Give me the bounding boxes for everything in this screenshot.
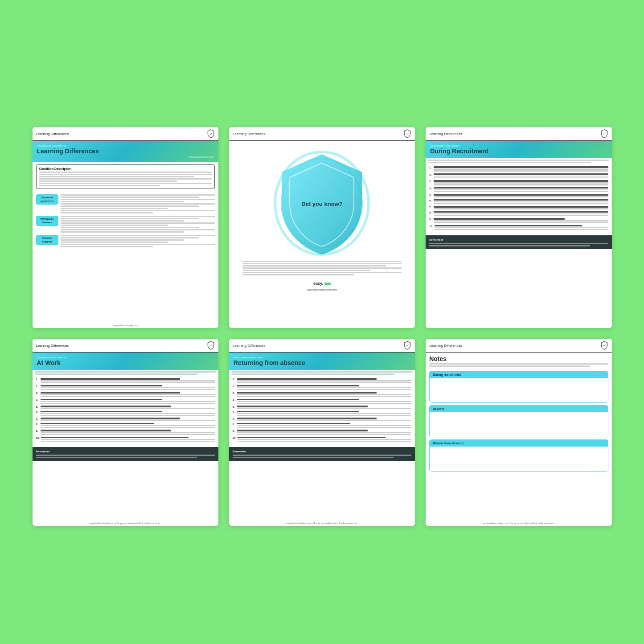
text-line	[41, 392, 180, 394]
page5-footer: easyhealthandsafety.com | Simply, access…	[229, 521, 415, 526]
text-line	[237, 432, 411, 433]
common-symptoms-label: Commonsymptoms	[36, 194, 58, 204]
text-line	[237, 396, 411, 397]
text-line	[41, 423, 154, 425]
text-line	[242, 265, 386, 267]
text-line	[434, 191, 608, 193]
text-line	[61, 205, 200, 207]
text-line	[61, 216, 215, 217]
page6-header: Learning Differences	[426, 339, 611, 353]
page1-main-title: Learning Differences	[37, 148, 214, 155]
page2-header: Learning Differences	[229, 127, 415, 141]
text-line	[61, 194, 215, 196]
text-line	[237, 418, 377, 419]
text-line	[429, 245, 590, 246]
text-line	[434, 199, 608, 201]
easy-logo-bar	[324, 283, 331, 285]
list-item: 6.	[36, 411, 215, 416]
text-line	[434, 189, 608, 191]
text-line	[434, 222, 608, 223]
text-line	[39, 178, 212, 180]
page3-header-title: Learning Differences	[429, 132, 462, 136]
list-item: 1.	[429, 166, 608, 172]
page5-intro	[229, 370, 415, 376]
page4-header-title: Learning Differences	[36, 344, 69, 348]
condition-title: Condition Description	[39, 167, 212, 170]
text-line	[35, 373, 198, 375]
text-line	[429, 363, 608, 365]
text-line	[237, 434, 411, 435]
text-line	[61, 227, 200, 228]
list-item: 6.	[233, 411, 411, 416]
text-line	[237, 380, 411, 381]
page1-header: Learning Differences	[33, 127, 218, 141]
page5-header: Learning Differences	[229, 339, 415, 353]
text-line	[61, 237, 200, 238]
text-line	[41, 425, 215, 427]
text-line	[61, 242, 168, 243]
fact-content	[242, 261, 402, 275]
text-line	[237, 406, 368, 407]
text-line	[61, 229, 215, 230]
text-line	[39, 174, 212, 175]
text-line	[61, 203, 215, 205]
page-1-preview: Learning Differences Reasonable Adjustme…	[33, 127, 218, 328]
text-line	[41, 420, 215, 421]
list-item: 3.	[429, 180, 608, 185]
page3-remember: Remember	[426, 235, 611, 249]
notes-at-work: At work	[429, 405, 608, 437]
text-line	[41, 394, 215, 395]
text-line	[41, 415, 215, 416]
text-line	[237, 415, 411, 416]
workplace-barriers-section: Workplacebarriers	[36, 216, 215, 233]
text-line	[237, 411, 359, 413]
page5-sub-label: Reasonable Adjustments	[234, 356, 410, 359]
text-line	[237, 399, 359, 401]
text-line	[428, 162, 591, 163]
text-line	[428, 160, 609, 161]
text-line	[36, 457, 197, 458]
tailored-support-section: TailoredSupport	[36, 235, 215, 247]
text-line	[434, 168, 608, 170]
page3-numbered-list: 1. 2. 3.	[426, 164, 611, 234]
list-item: 8.	[36, 423, 215, 428]
page5-numbered-list: 1. 2. 3.	[229, 376, 415, 445]
text-line	[434, 170, 608, 172]
text-line	[434, 196, 608, 197]
text-line	[61, 225, 168, 226]
text-line	[41, 382, 215, 383]
text-line	[242, 263, 402, 264]
text-line	[233, 457, 394, 458]
text-line	[434, 187, 608, 189]
text-line	[35, 371, 216, 373]
text-line	[61, 201, 184, 202]
text-line	[237, 382, 411, 383]
page4-header: Learning Differences	[33, 339, 218, 353]
page-2-preview: Learning Differences	[229, 127, 415, 328]
text-line	[434, 182, 608, 184]
shield-icon	[600, 129, 608, 138]
text-line	[61, 246, 153, 247]
text-line	[41, 441, 215, 442]
text-line	[41, 380, 215, 381]
list-item: 9.	[429, 218, 608, 223]
text-line	[434, 177, 608, 179]
list-item: 1.	[36, 378, 215, 383]
text-line	[61, 220, 184, 222]
text-line	[237, 385, 359, 387]
text-line	[434, 220, 608, 222]
text-line	[61, 244, 215, 245]
text-line	[429, 243, 608, 244]
page-6-preview: Learning Differences Notes During recrui…	[426, 339, 611, 526]
text-line	[39, 183, 212, 184]
document-grid: Learning Differences Reasonable Adjustme…	[33, 127, 612, 526]
text-line	[41, 396, 215, 397]
notes-during-recruitment-label: During recruitment	[430, 371, 607, 378]
list-item: 7.	[429, 206, 608, 209]
page4-sub-label: Reasonable Adjustments	[37, 356, 214, 359]
page5-header-title: Learning Differences	[233, 344, 266, 348]
text-line	[41, 427, 215, 428]
text-line	[61, 235, 215, 236]
text-line	[242, 272, 402, 273]
text-line	[237, 387, 411, 389]
